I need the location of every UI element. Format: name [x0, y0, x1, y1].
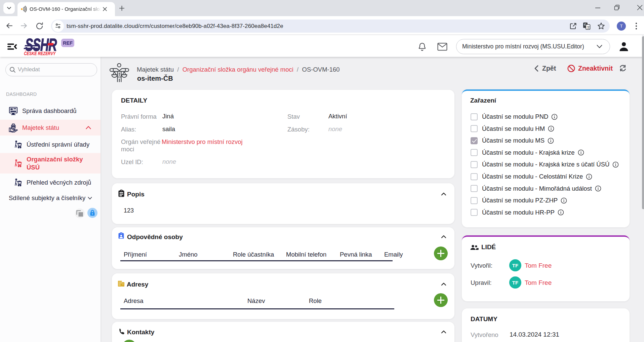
svg-text:文: 文 [587, 26, 590, 29]
